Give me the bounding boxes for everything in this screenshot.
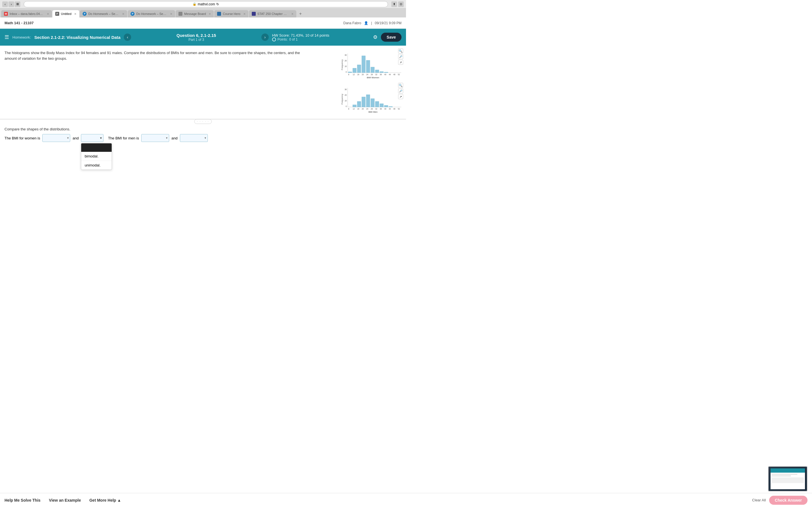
svg-text:Frequency: Frequency [341, 94, 343, 105]
top-bar: Math 141 - 21107 Dana Fabro 👤 | 09/19/21… [0, 17, 406, 29]
svg-text:30: 30 [345, 54, 347, 56]
pearson-favicon-1: P [83, 12, 87, 16]
svg-text:0: 0 [346, 105, 347, 107]
back-button[interactable]: ‹ [2, 1, 8, 7]
score-line: HW Score: 71.43%, 10 of 14 points [272, 33, 329, 38]
tab-label: Inbox – dana.fabro.040... [10, 12, 44, 15]
dropdown-item-unimodal[interactable]: unimodal. [81, 161, 112, 170]
save-button[interactable]: Save [381, 33, 402, 42]
men-zoom-out-button[interactable]: 🔎 [398, 89, 403, 94]
gmail-favicon: M [4, 12, 8, 16]
fullscreen-button[interactable]: ⊡ [398, 1, 404, 7]
svg-text:BMI Women: BMI Women [367, 76, 379, 79]
women-select-1-wrapper: bimodal. unimodal. skewed right skewed l… [42, 134, 70, 142]
tab-label-dohw2: Do Homework – Section... [136, 12, 167, 15]
men-select-1[interactable]: bimodal. unimodal. skewed right skewed l… [141, 134, 169, 142]
svg-rect-14 [384, 72, 388, 73]
tab-dohw2[interactable]: P Do Homework – Section... ✕ [128, 10, 175, 17]
question-text: The histograms show the Body Mass Index … [4, 50, 301, 61]
question-title: Question 6, 2.1-2.15 [135, 33, 258, 38]
svg-text:12: 12 [353, 108, 355, 110]
tab-gmail[interactable]: M Inbox – dana.fabro.040... ✕ [1, 10, 52, 17]
women-select-2-wrapper: ▼ ​ bimodal. unimodal. [81, 134, 103, 142]
tab-dohw1[interactable]: P Do Homework – Section... ✕ [80, 10, 127, 17]
svg-rect-45 [384, 105, 388, 107]
tab-close-msgboard[interactable]: ✕ [209, 12, 211, 15]
coursehero-favicon [217, 12, 221, 16]
tab-close-dohw1[interactable]: ✕ [122, 12, 124, 15]
url-text: mathxl.com [198, 2, 215, 6]
tab-close-untitled[interactable]: ✕ [74, 12, 77, 15]
svg-text:52: 52 [398, 73, 400, 75]
next-question-button[interactable]: › [261, 34, 269, 41]
svg-rect-10 [366, 60, 370, 73]
browser-chrome: ‹ › ⊞ 🔒 mathxl.com ↻ ⬆ ⊡ [0, 0, 406, 8]
forward-button[interactable]: › [8, 1, 14, 7]
svg-rect-11 [371, 67, 374, 73]
svg-text:48: 48 [393, 108, 396, 110]
men-chart-container: Frequency 0 10 20 30 [341, 82, 404, 113]
tab-msgboard[interactable]: Message Board ✕ [175, 10, 214, 17]
add-tab-button[interactable]: + [297, 10, 304, 17]
untitled-favicon: P [55, 12, 59, 16]
tab-label-coursehero: Course Hero [223, 12, 240, 15]
svg-rect-43 [375, 101, 379, 107]
url-bar[interactable]: 🔒 mathxl.com ↻ [24, 1, 388, 7]
svg-text:44: 44 [389, 73, 391, 75]
women-select-1[interactable]: bimodal. unimodal. skewed right skewed l… [42, 134, 70, 142]
tab-close-coursehero[interactable]: ✕ [243, 12, 246, 15]
share-button[interactable]: ⬆ [391, 1, 397, 7]
women-and: and [72, 136, 79, 140]
svg-text:52: 52 [398, 108, 400, 110]
menu-button[interactable]: ☰ [4, 34, 9, 40]
tab-stat250[interactable]: STAT 250 Chapter 2 Qui... ✕ [249, 10, 296, 17]
men-chart-controls: 🔍 🔎 ↗ [398, 83, 403, 99]
dropdown-open: ​ bimodal. unimodal. [81, 143, 112, 170]
datetime: 09/19/21 9:09 PM [375, 21, 402, 25]
svg-rect-38 [353, 105, 356, 107]
women-y-label: Frequency [341, 59, 343, 70]
men-expand-button[interactable]: ↗ [398, 94, 403, 99]
men-prefix: The BMI for men is [108, 136, 139, 140]
svg-rect-13 [380, 71, 384, 73]
svg-rect-7 [353, 68, 356, 73]
women-expand-button[interactable]: ↗ [398, 60, 403, 65]
tabs-button[interactable]: ⊞ [15, 1, 20, 7]
men-select-1-wrapper: bimodal. unimodal. skewed right skewed l… [141, 134, 169, 142]
reload-button[interactable]: ↻ [216, 2, 219, 6]
prev-question-button[interactable]: ‹ [124, 34, 131, 41]
women-chart-container: Frequency 0 10 20 30 [341, 48, 404, 79]
svg-text:40: 40 [384, 108, 387, 110]
svg-rect-39 [357, 101, 361, 107]
hw-header: ☰ Homework: Section 2.1-2.2: Visualizing… [0, 29, 406, 46]
hw-title: Section 2.1-2.2: Visualizing Numerical D… [35, 35, 121, 40]
user-icon: 👤 [364, 21, 368, 25]
question-range: 2.1-2.15 [200, 33, 216, 38]
tab-coursehero[interactable]: Course Hero ✕ [214, 10, 248, 17]
settings-button[interactable]: ⚙ [373, 34, 377, 40]
homework-label: Homework: [12, 35, 31, 40]
svg-text:10: 10 [345, 100, 347, 102]
tab-label-msgboard: Message Board [184, 12, 206, 15]
svg-text:32: 32 [375, 73, 377, 75]
svg-text:30: 30 [345, 89, 347, 91]
women-prefix: The BMI for women is [4, 136, 40, 140]
svg-rect-44 [380, 104, 384, 107]
tab-close-dohw2[interactable]: ✕ [170, 12, 172, 15]
women-zoom-in-button[interactable]: 🔍 [398, 48, 403, 54]
men-select-2[interactable]: bimodal. unimodal. skewed right skewed l… [180, 134, 208, 142]
tab-label-dohw1: Do Homework – Section... [88, 12, 119, 15]
women-select-2-trigger[interactable]: ▼ [81, 134, 103, 142]
tab-untitled[interactable]: P Untitled ✕ [52, 10, 79, 17]
resize-handle[interactable]: · · · · · [194, 119, 211, 124]
women-chart: Frequency 0 10 20 30 [341, 48, 403, 79]
pearson-favicon-2: P [131, 12, 135, 16]
men-zoom-in-button[interactable]: 🔍 [398, 83, 403, 88]
tab-close-stat250[interactable]: ✕ [291, 12, 294, 15]
svg-rect-6 [348, 72, 352, 73]
dropdown-item-bimodal[interactable]: bimodal. [81, 152, 112, 161]
tab-close-gmail[interactable]: ✕ [47, 12, 49, 15]
svg-text:44: 44 [389, 108, 391, 110]
women-zoom-out-button[interactable]: 🔎 [398, 54, 403, 59]
question-info: Question 6, 2.1-2.15 Part 1 of 3 [135, 33, 258, 42]
